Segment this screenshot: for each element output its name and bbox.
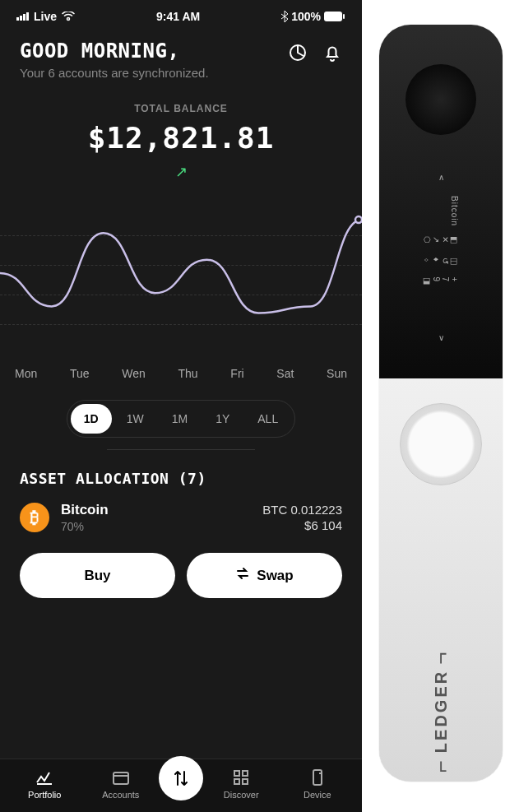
svg-rect-9 (313, 770, 322, 785)
sync-subtitle: Your 6 accounts are synchronized. (20, 66, 209, 80)
nav-label: Portfolio (28, 790, 61, 800)
nav-transfer-fab[interactable] (159, 756, 203, 800)
allocation-title: ASSET ALLOCATION (7) (0, 470, 362, 487)
range-pill-1w[interactable]: 1W (114, 404, 157, 434)
nav-device[interactable]: Device (280, 768, 356, 800)
device-top: ∧ Bitcoin ◧ ✕ ↗ ⬡ ◫ ↺ ♦ ⬨ + 7 9 ◨ ∨ (379, 25, 503, 378)
divider (107, 449, 255, 450)
svg-rect-0 (324, 12, 342, 21)
swap-button[interactable]: Swap (187, 553, 342, 598)
bitcoin-icon: ₿ (20, 503, 49, 532)
device-brand: ⌐ LEDGER ¬ (429, 650, 454, 773)
chart-x-labels: MonTueWenThuFriSatSun (0, 354, 362, 380)
device-bottom: ⌐ LEDGER ¬ (379, 378, 503, 782)
chart-day-label: Sat (276, 367, 294, 380)
trend-up-icon: ↗ (0, 163, 362, 181)
signal-icon (16, 12, 29, 21)
phone-app: Live 9:41 AM 100% GOOD MORNING, Your 6 a… (0, 0, 362, 812)
status-bar: Live 9:41 AM 100% (0, 0, 362, 30)
range-selector: 1D1W1M1YALL (0, 400, 362, 438)
battery-icon (324, 12, 345, 21)
nav-label: Discover (224, 790, 259, 800)
header: GOOD MORNING, Your 6 accounts are synchr… (0, 30, 362, 86)
range-pill-1d[interactable]: 1D (71, 404, 112, 434)
buy-label: Buy (84, 568, 110, 584)
nav-label: Accounts (102, 790, 139, 800)
pie-chart-icon[interactable] (288, 43, 308, 66)
bluetooth-icon (281, 11, 288, 22)
chart-day-label: Mon (15, 367, 37, 380)
battery-percent: 100% (291, 10, 321, 23)
chart-day-label: Fri (230, 367, 243, 380)
asset-fiat: $6 104 (262, 518, 342, 532)
balance-chart[interactable] (0, 206, 362, 354)
nav-discover[interactable]: Discover (203, 768, 280, 800)
device-screen-label: Bitcoin (423, 196, 459, 226)
action-buttons: Buy Swap (0, 548, 362, 610)
device-wheel (400, 403, 482, 485)
range-pill-all[interactable]: ALL (244, 404, 291, 434)
swap-label: Swap (257, 568, 293, 584)
balance-section: TOTAL BALANCE $12,821.81 ↗ (0, 86, 362, 189)
device-top-button (405, 64, 476, 135)
asset-percent: 70% (61, 520, 262, 533)
svg-rect-10 (319, 773, 321, 774)
svg-rect-7 (234, 779, 239, 784)
balance-label: TOTAL BALANCE (0, 103, 362, 114)
device-screen: ∧ Bitcoin ◧ ✕ ↗ ⬡ ◫ ↺ ♦ ⬨ + 7 9 ◨ ∨ (396, 173, 486, 362)
chart-day-label: Thu (178, 367, 198, 380)
nav-portfolio[interactable]: Portfolio (7, 768, 83, 800)
carrier-label: Live (34, 10, 57, 23)
svg-rect-4 (114, 773, 128, 784)
swap-icon (235, 566, 250, 585)
svg-point-3 (355, 216, 362, 223)
asset-amount: BTC 0.012223 (262, 503, 342, 517)
wifi-icon (62, 12, 75, 21)
svg-rect-8 (243, 779, 248, 784)
svg-rect-1 (343, 14, 345, 19)
bell-icon[interactable] (322, 43, 342, 66)
asset-row[interactable]: ₿ Bitcoin 70% BTC 0.012223 $6 104 (0, 487, 362, 548)
balance-amount: $12,821.81 (0, 121, 362, 155)
chart-day-label: Tue (70, 367, 90, 380)
range-pill-1y[interactable]: 1Y (202, 404, 243, 434)
ledger-device: ∧ Bitcoin ◧ ✕ ↗ ⬡ ◫ ↺ ♦ ⬨ + 7 9 ◨ ∨ ⌐ LE… (379, 25, 503, 782)
greeting-title: GOOD MORNING, (20, 39, 209, 63)
buy-button[interactable]: Buy (20, 553, 175, 598)
svg-rect-6 (243, 771, 248, 776)
bottom-nav: Portfolio Accounts Discover Device (0, 759, 362, 812)
asset-name: Bitcoin (61, 502, 262, 518)
range-pill-1m[interactable]: 1M (159, 404, 201, 434)
chart-day-label: Sun (327, 367, 347, 380)
nav-label: Device (304, 790, 331, 800)
svg-rect-5 (234, 771, 239, 776)
chart-day-label: Wen (122, 367, 146, 380)
nav-accounts[interactable]: Accounts (83, 768, 160, 800)
clock: 9:41 AM (156, 10, 200, 23)
